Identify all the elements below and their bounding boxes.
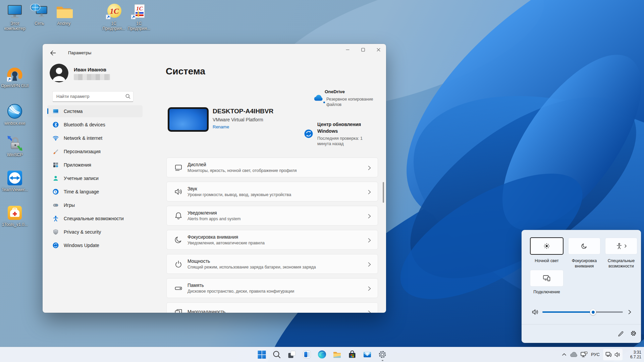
desktop-icon-1c-enterprise[interactable]: 1С 1С Предприя... <box>100 3 128 31</box>
desktop-icon-1tools[interactable]: 1Tools_v1.0... <box>1 204 29 227</box>
sidebar-item-privacy-security[interactable]: Privacy & security <box>47 226 143 238</box>
sidebar-item-label: Time & language <box>64 189 99 194</box>
shield-icon <box>53 229 59 235</box>
page-title: Система <box>166 66 205 77</box>
card-subtitle: Спящий режим, использование заряда батар… <box>187 265 316 269</box>
user-silhouette-icon <box>50 64 68 82</box>
card-title: Уведомления <box>187 210 240 216</box>
storage-icon <box>174 284 183 293</box>
task-view-button[interactable] <box>285 348 299 361</box>
search-box <box>52 91 133 102</box>
tray-time: 3:31 <box>625 350 641 355</box>
volume-slider[interactable] <box>542 311 623 313</box>
sidebar-item-gaming[interactable]: Игры <box>47 199 143 211</box>
selection-indicator <box>47 108 48 114</box>
desktop-icon-winbox[interactable]: winbox.exe <box>1 103 29 126</box>
vmware-tools-tray-icon[interactable] <box>580 351 588 358</box>
settings-shortcut-button[interactable] <box>628 328 638 338</box>
chevron-right-icon <box>368 166 371 172</box>
chevron-right-icon <box>368 190 371 196</box>
avatar[interactable] <box>50 64 68 82</box>
maximize-button[interactable] <box>355 44 371 55</box>
sidebar-item-apps[interactable]: Приложения <box>47 159 143 171</box>
onedrive-title[interactable]: OneDrive <box>325 89 345 94</box>
desktop-icon-this-pc[interactable]: Этот компьютер <box>1 3 29 31</box>
desktop-icon-winscp[interactable]: WinSCP <box>1 134 29 158</box>
card-subtitle: Уровни громкости, вывод, ввод, звуковые … <box>187 192 291 197</box>
desktop-icon-openvpn[interactable]: OpenVPN GUI <box>1 65 29 88</box>
scrollbar[interactable] <box>383 182 384 203</box>
edit-quick-settings-button[interactable] <box>615 328 626 338</box>
sidebar-item-windows-update[interactable]: Windows Update <box>47 239 143 251</box>
sidebar-item-time-language[interactable]: Time & language <box>47 186 143 198</box>
sidebar-item-system[interactable]: Система <box>47 105 143 117</box>
night-light-tile[interactable] <box>530 237 564 255</box>
start-button[interactable] <box>255 348 269 361</box>
device-thumbnail <box>168 107 209 132</box>
onedrive-tray-icon[interactable] <box>570 352 578 357</box>
rename-link[interactable]: Rename <box>213 124 229 129</box>
back-button[interactable] <box>47 48 59 58</box>
accessibility-tile[interactable] <box>605 238 637 254</box>
minimize-button[interactable] <box>340 44 355 55</box>
desktop-icon-teamviewer[interactable]: TeamViewer... <box>1 169 29 192</box>
sidebar-item-network-internet[interactable]: Network & internet <box>47 132 143 144</box>
edge-button[interactable] <box>315 348 329 361</box>
settings-card-display[interactable]: ДисплейМониторы, яркость, ночной свет, о… <box>166 158 378 177</box>
windows-update-title[interactable]: Центр обновления Windows <box>317 121 368 134</box>
desktop-icon-network[interactable]: Сеть <box>25 3 53 26</box>
desktop-icon-label: Сеть <box>35 21 44 26</box>
settings-card-storage[interactable]: ПамятьДисковое пространство, диски, прав… <box>166 278 378 298</box>
card-subtitle: Alerts from apps and system <box>187 217 240 221</box>
desktop-icon-label: winbox.exe <box>4 121 25 126</box>
windows-update-icon <box>53 242 59 248</box>
sidebar-item-personalization[interactable]: Персонализация <box>47 145 143 158</box>
microsoft-store-button[interactable] <box>345 348 359 361</box>
desktop-icon-folder-andrey[interactable]: Andrey <box>50 3 78 26</box>
accessibility-icon <box>616 243 623 249</box>
card-title: Дисплей <box>187 162 297 167</box>
desktop-icon-label: 1Tools_v1.0... <box>2 222 28 227</box>
desktop-icon-label: 1С Предприя... <box>100 21 128 31</box>
file-explorer-button[interactable] <box>330 348 344 361</box>
sidebar-item-label: Bluetooth & devices <box>64 122 105 127</box>
sidebar-item-accounts[interactable]: Учетные записи <box>47 172 143 184</box>
card-subtitle: Уведомления, автоматические правила <box>187 241 265 245</box>
search-input[interactable] <box>53 92 125 101</box>
sidebar-item-accessibility[interactable]: Специальные возможности <box>47 213 143 225</box>
close-button[interactable] <box>371 44 386 55</box>
settings-card-sound[interactable]: ЗвукУровни громкости, вывод, ввод, звуко… <box>166 182 378 201</box>
focus-assist-tile[interactable] <box>568 238 600 254</box>
desktop-icon-1c-enterprise-v7[interactable]: 1С 1С Предприя... <box>125 3 153 31</box>
settings-sidebar: Система Bluetooth & devices Network & in… <box>47 105 143 253</box>
mail-button[interactable] <box>361 348 374 361</box>
1c-enterprise-icon: 1С <box>105 3 123 21</box>
mail-icon <box>363 350 372 359</box>
cast-icon <box>543 275 551 282</box>
night-light-icon <box>543 242 550 250</box>
tile-label: Фокусировка внимания <box>564 258 604 269</box>
system-icon <box>53 108 59 114</box>
settings-card-power[interactable]: МощностьСпящий режим, использование заря… <box>166 254 378 274</box>
cast-tile[interactable] <box>530 270 564 287</box>
tile-label: Ночной свет <box>527 258 567 263</box>
window-controls <box>340 44 386 55</box>
tray-overflow-chevron-icon[interactable] <box>561 352 567 357</box>
widgets-button[interactable] <box>300 348 314 361</box>
clock[interactable]: 3:31 6.7.21 <box>625 350 641 359</box>
sidebar-item-bluetooth-devices[interactable]: Bluetooth & devices <box>47 119 143 131</box>
volume-slider-thumb[interactable] <box>590 309 596 315</box>
windows-start-icon <box>257 350 266 359</box>
language-indicator[interactable]: РУС <box>590 352 600 357</box>
winscp-icon <box>6 134 24 152</box>
settings-card-multitasking[interactable]: Многозадачность <box>166 302 378 313</box>
network-volume-button[interactable] <box>603 349 623 360</box>
search-button[interactable] <box>270 348 284 361</box>
file-explorer-icon <box>333 350 342 359</box>
sound-icon <box>174 187 183 196</box>
volume-output-chevron-icon[interactable] <box>628 310 631 316</box>
tile-label: Подключение <box>527 289 567 295</box>
settings-card-focus-assist[interactable]: Фокусировка вниманияУведомления, автомат… <box>166 230 378 250</box>
settings-button[interactable] <box>376 348 389 361</box>
settings-card-notifications[interactable]: УведомленияAlerts from apps and system <box>166 206 378 226</box>
